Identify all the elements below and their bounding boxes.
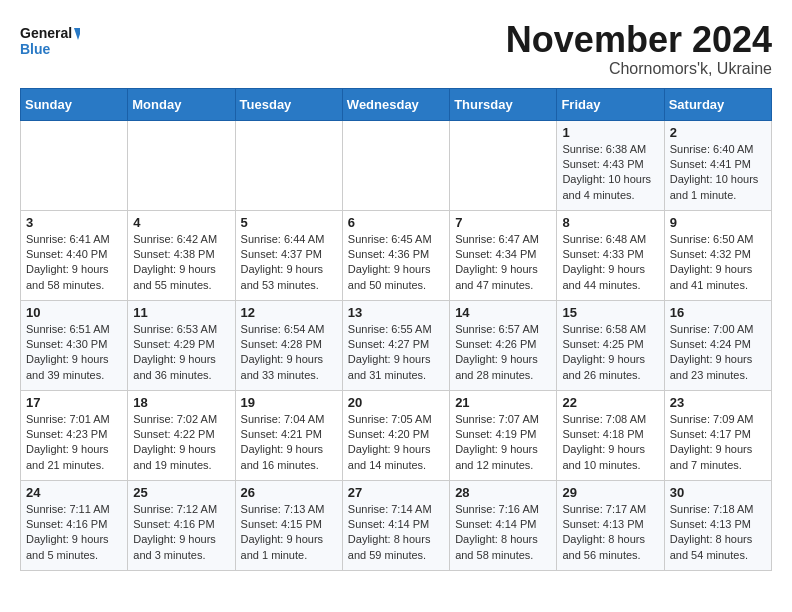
day-info: Sunrise: 6:47 AM Sunset: 4:34 PM Dayligh…	[455, 232, 551, 294]
day-info: Sunrise: 6:54 AM Sunset: 4:28 PM Dayligh…	[241, 322, 337, 384]
cell-3-4: 13Sunrise: 6:55 AM Sunset: 4:27 PM Dayli…	[342, 300, 449, 390]
header-wednesday: Wednesday	[342, 88, 449, 120]
logo-svg: General Blue	[20, 20, 80, 65]
day-info: Sunrise: 7:09 AM Sunset: 4:17 PM Dayligh…	[670, 412, 766, 474]
header-row: SundayMondayTuesdayWednesdayThursdayFrid…	[21, 88, 772, 120]
cell-3-3: 12Sunrise: 6:54 AM Sunset: 4:28 PM Dayli…	[235, 300, 342, 390]
day-number: 1	[562, 125, 658, 140]
day-info: Sunrise: 6:50 AM Sunset: 4:32 PM Dayligh…	[670, 232, 766, 294]
day-info: Sunrise: 7:07 AM Sunset: 4:19 PM Dayligh…	[455, 412, 551, 474]
svg-text:Blue: Blue	[20, 41, 51, 57]
day-info: Sunrise: 6:40 AM Sunset: 4:41 PM Dayligh…	[670, 142, 766, 204]
cell-5-6: 29Sunrise: 7:17 AM Sunset: 4:13 PM Dayli…	[557, 480, 664, 570]
cell-5-3: 26Sunrise: 7:13 AM Sunset: 4:15 PM Dayli…	[235, 480, 342, 570]
page-header: General Blue November 2024 Chornomors'k,…	[20, 20, 772, 78]
day-number: 19	[241, 395, 337, 410]
day-info: Sunrise: 6:48 AM Sunset: 4:33 PM Dayligh…	[562, 232, 658, 294]
day-number: 7	[455, 215, 551, 230]
cell-2-5: 7Sunrise: 6:47 AM Sunset: 4:34 PM Daylig…	[450, 210, 557, 300]
week-row-4: 17Sunrise: 7:01 AM Sunset: 4:23 PM Dayli…	[21, 390, 772, 480]
day-number: 5	[241, 215, 337, 230]
calendar-header: SundayMondayTuesdayWednesdayThursdayFrid…	[21, 88, 772, 120]
cell-5-1: 24Sunrise: 7:11 AM Sunset: 4:16 PM Dayli…	[21, 480, 128, 570]
header-thursday: Thursday	[450, 88, 557, 120]
day-info: Sunrise: 6:55 AM Sunset: 4:27 PM Dayligh…	[348, 322, 444, 384]
svg-marker-2	[74, 28, 80, 40]
calendar-table: SundayMondayTuesdayWednesdayThursdayFrid…	[20, 88, 772, 571]
week-row-2: 3Sunrise: 6:41 AM Sunset: 4:40 PM Daylig…	[21, 210, 772, 300]
cell-2-6: 8Sunrise: 6:48 AM Sunset: 4:33 PM Daylig…	[557, 210, 664, 300]
day-info: Sunrise: 7:16 AM Sunset: 4:14 PM Dayligh…	[455, 502, 551, 564]
day-number: 9	[670, 215, 766, 230]
day-number: 20	[348, 395, 444, 410]
day-number: 11	[133, 305, 229, 320]
cell-3-2: 11Sunrise: 6:53 AM Sunset: 4:29 PM Dayli…	[128, 300, 235, 390]
cell-4-4: 20Sunrise: 7:05 AM Sunset: 4:20 PM Dayli…	[342, 390, 449, 480]
day-info: Sunrise: 7:01 AM Sunset: 4:23 PM Dayligh…	[26, 412, 122, 474]
day-number: 17	[26, 395, 122, 410]
cell-3-6: 15Sunrise: 6:58 AM Sunset: 4:25 PM Dayli…	[557, 300, 664, 390]
week-row-3: 10Sunrise: 6:51 AM Sunset: 4:30 PM Dayli…	[21, 300, 772, 390]
day-number: 12	[241, 305, 337, 320]
week-row-1: 1Sunrise: 6:38 AM Sunset: 4:43 PM Daylig…	[21, 120, 772, 210]
day-number: 25	[133, 485, 229, 500]
day-number: 3	[26, 215, 122, 230]
cell-4-2: 18Sunrise: 7:02 AM Sunset: 4:22 PM Dayli…	[128, 390, 235, 480]
svg-text:General: General	[20, 25, 72, 41]
day-number: 28	[455, 485, 551, 500]
day-info: Sunrise: 6:45 AM Sunset: 4:36 PM Dayligh…	[348, 232, 444, 294]
day-info: Sunrise: 7:11 AM Sunset: 4:16 PM Dayligh…	[26, 502, 122, 564]
header-friday: Friday	[557, 88, 664, 120]
cell-1-4	[342, 120, 449, 210]
day-number: 30	[670, 485, 766, 500]
day-number: 21	[455, 395, 551, 410]
header-tuesday: Tuesday	[235, 88, 342, 120]
day-number: 10	[26, 305, 122, 320]
day-info: Sunrise: 6:41 AM Sunset: 4:40 PM Dayligh…	[26, 232, 122, 294]
day-info: Sunrise: 6:42 AM Sunset: 4:38 PM Dayligh…	[133, 232, 229, 294]
location: Chornomors'k, Ukraine	[506, 60, 772, 78]
cell-5-4: 27Sunrise: 7:14 AM Sunset: 4:14 PM Dayli…	[342, 480, 449, 570]
day-info: Sunrise: 7:14 AM Sunset: 4:14 PM Dayligh…	[348, 502, 444, 564]
cell-4-5: 21Sunrise: 7:07 AM Sunset: 4:19 PM Dayli…	[450, 390, 557, 480]
day-info: Sunrise: 7:02 AM Sunset: 4:22 PM Dayligh…	[133, 412, 229, 474]
cell-3-5: 14Sunrise: 6:57 AM Sunset: 4:26 PM Dayli…	[450, 300, 557, 390]
cell-2-1: 3Sunrise: 6:41 AM Sunset: 4:40 PM Daylig…	[21, 210, 128, 300]
day-info: Sunrise: 7:13 AM Sunset: 4:15 PM Dayligh…	[241, 502, 337, 564]
cell-1-5	[450, 120, 557, 210]
day-number: 29	[562, 485, 658, 500]
month-title: November 2024	[506, 20, 772, 60]
day-info: Sunrise: 7:05 AM Sunset: 4:20 PM Dayligh…	[348, 412, 444, 474]
day-number: 26	[241, 485, 337, 500]
day-number: 22	[562, 395, 658, 410]
day-number: 13	[348, 305, 444, 320]
day-info: Sunrise: 7:04 AM Sunset: 4:21 PM Dayligh…	[241, 412, 337, 474]
cell-3-7: 16Sunrise: 7:00 AM Sunset: 4:24 PM Dayli…	[664, 300, 771, 390]
day-info: Sunrise: 6:38 AM Sunset: 4:43 PM Dayligh…	[562, 142, 658, 204]
cell-2-7: 9Sunrise: 6:50 AM Sunset: 4:32 PM Daylig…	[664, 210, 771, 300]
day-number: 6	[348, 215, 444, 230]
title-area: November 2024 Chornomors'k, Ukraine	[506, 20, 772, 78]
day-number: 15	[562, 305, 658, 320]
cell-1-2	[128, 120, 235, 210]
cell-4-6: 22Sunrise: 7:08 AM Sunset: 4:18 PM Dayli…	[557, 390, 664, 480]
header-sunday: Sunday	[21, 88, 128, 120]
day-number: 18	[133, 395, 229, 410]
day-number: 14	[455, 305, 551, 320]
cell-2-3: 5Sunrise: 6:44 AM Sunset: 4:37 PM Daylig…	[235, 210, 342, 300]
day-number: 8	[562, 215, 658, 230]
day-info: Sunrise: 7:17 AM Sunset: 4:13 PM Dayligh…	[562, 502, 658, 564]
day-info: Sunrise: 7:00 AM Sunset: 4:24 PM Dayligh…	[670, 322, 766, 384]
cell-1-3	[235, 120, 342, 210]
week-row-5: 24Sunrise: 7:11 AM Sunset: 4:16 PM Dayli…	[21, 480, 772, 570]
day-info: Sunrise: 7:12 AM Sunset: 4:16 PM Dayligh…	[133, 502, 229, 564]
cell-4-7: 23Sunrise: 7:09 AM Sunset: 4:17 PM Dayli…	[664, 390, 771, 480]
cell-2-4: 6Sunrise: 6:45 AM Sunset: 4:36 PM Daylig…	[342, 210, 449, 300]
calendar-body: 1Sunrise: 6:38 AM Sunset: 4:43 PM Daylig…	[21, 120, 772, 570]
cell-1-7: 2Sunrise: 6:40 AM Sunset: 4:41 PM Daylig…	[664, 120, 771, 210]
cell-5-7: 30Sunrise: 7:18 AM Sunset: 4:13 PM Dayli…	[664, 480, 771, 570]
header-saturday: Saturday	[664, 88, 771, 120]
logo: General Blue	[20, 20, 80, 65]
day-number: 4	[133, 215, 229, 230]
cell-2-2: 4Sunrise: 6:42 AM Sunset: 4:38 PM Daylig…	[128, 210, 235, 300]
